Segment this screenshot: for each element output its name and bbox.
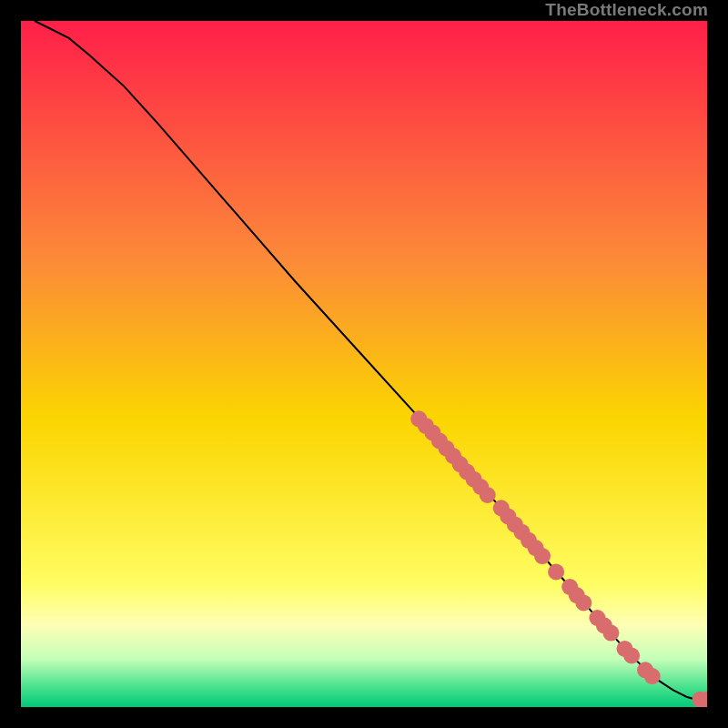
marker-point [644,668,661,684]
marker-point [548,564,564,581]
plot-area [21,21,707,707]
watermark-text: TheBottleneck.com [545,1,708,18]
highlighted-points [410,410,707,707]
chart-stage: TheBottleneck.com [0,0,728,728]
marker-point [623,648,640,664]
bottleneck-curve [35,21,707,700]
marker-point [602,625,619,642]
marker-point [534,548,551,564]
curve-overlay [21,21,707,707]
marker-point [480,487,496,503]
marker-point [575,594,592,611]
